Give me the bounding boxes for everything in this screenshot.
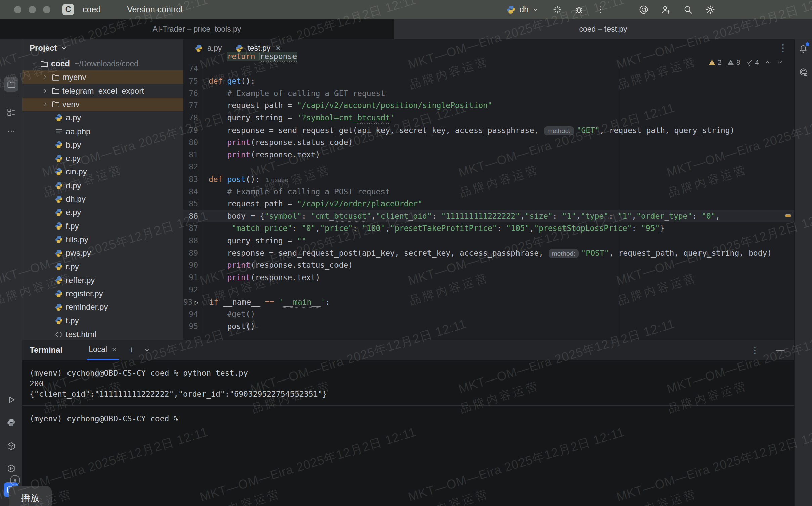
chevron-right-icon[interactable] [41,88,50,94]
code-area[interactable]: return response7475def get():76 # Exampl… [183,57,795,340]
code-line-text[interactable]: def post():1 usage [203,173,795,186]
next-problem-button[interactable] [776,59,783,66]
window-tab-1[interactable]: coed – test.py [394,19,812,39]
project-panel-header[interactable]: Project [22,39,183,57]
tree-item-register.py[interactable]: register.py [22,287,183,300]
tree-item-dh.py[interactable]: dh.py [22,192,183,206]
project-folder-icon[interactable] [4,77,18,92]
tree-item-telegram_excel_export[interactable]: telegram_excel_export [22,84,183,98]
code-line-text[interactable]: response = send_request_post(api_key, se… [203,247,795,259]
code-line-text[interactable]: print(response.status_code) [203,259,795,271]
python-console-icon[interactable] [4,439,18,453]
mention-icon[interactable] [639,5,649,15]
line-number-78[interactable]: 78 [183,112,203,124]
line-number-92[interactable]: 92 [183,284,203,296]
line-number-80[interactable]: 80 [183,136,203,149]
line-number-73[interactable] [183,50,203,63]
tree-item-venv[interactable]: venv [22,98,183,111]
chevron-down-icon[interactable] [143,346,151,354]
line-number-75[interactable]: 75 [183,75,203,87]
line-number-76[interactable]: 76 [183,87,203,100]
tree-item-coed[interactable]: coed~/Downloads/coed [22,57,183,70]
code-line-text[interactable]: query_string = "" [203,235,795,247]
code-line-text[interactable]: print(response.text) [203,271,795,284]
line-number-77[interactable]: 77 [183,99,203,112]
close-window-icon[interactable] [14,6,21,13]
code-line-text[interactable]: # Example of calling a POST request [203,186,795,198]
new-terminal-icon[interactable]: + [129,344,135,356]
weak-warnings-badge[interactable]: 8 [727,58,740,66]
line-number-83[interactable]: 83 [183,173,203,186]
code-line-text[interactable] [203,161,795,173]
line-number-74[interactable]: 74 [183,63,203,75]
code-line-text[interactable]: request_path = "/capi/v2/order/placeOrde… [203,198,795,210]
tree-item-reffer.py[interactable]: reffer.py [22,273,183,287]
line-number-84[interactable]: 84 [183,186,203,198]
tree-item-reminder.py[interactable]: reminder.py [22,300,183,314]
more-tools-icon[interactable] [4,123,18,138]
window-tab-0[interactable]: AI-Trader – price_tools.py [0,19,394,39]
line-number-93[interactable]: 93▷ [183,296,204,308]
code-line-text[interactable]: def get(): [203,75,795,87]
code-line-text[interactable]: response = send_request_get(api_key, sec… [203,124,795,137]
progress-icon[interactable] [553,5,562,14]
tree-item-e.py[interactable]: e.py [22,206,183,219]
search-icon[interactable] [683,5,693,15]
line-number-94[interactable]: 94 [183,308,203,320]
chevron-right-icon[interactable] [41,101,50,107]
line-number-91[interactable]: 91 [183,271,203,284]
terminal-tab-local[interactable]: Local × [87,340,119,360]
code-line-text[interactable]: # Example of calling a GET request [203,87,795,100]
close-icon[interactable]: × [112,345,117,354]
tree-item-pws.py[interactable]: pws.py [22,246,183,260]
typos-badge[interactable]: 4 [746,58,759,66]
run-config-selector[interactable]: dh [504,4,541,15]
error-stripe-mark[interactable] [785,214,791,217]
tree-item-myenv[interactable]: myenv [22,70,183,84]
tree-item-t.py[interactable]: t.py [22,314,183,327]
tree-item-f.py[interactable]: f.py [22,219,183,233]
usages-inlay[interactable]: 1 usage [266,176,288,183]
tree-item-d.py[interactable]: d.py [22,179,183,192]
code-with-me-icon[interactable] [661,5,671,15]
python-packages-icon[interactable] [4,415,18,430]
minimize-window-icon[interactable] [29,6,36,13]
tree-item-b.py[interactable]: b.py [22,138,183,152]
tree-item-cin.py[interactable]: cin.py [22,165,183,179]
line-number-81[interactable]: 81 [183,149,203,161]
project-menu-button[interactable]: coed [81,4,106,15]
code-line-text[interactable]: "match_price": "0","price": "100","prese… [203,222,795,235]
line-number-86[interactable]: 86 [183,210,203,222]
tree-item-c.py[interactable]: c.py [22,152,183,165]
tree-item-aa.php[interactable]: aa.php [22,125,183,138]
line-number-95[interactable]: 95 [183,320,203,333]
tree-item-r.py[interactable]: r.py [22,260,183,273]
tree-item-test.html[interactable]: test.html [22,327,183,340]
code-line-text[interactable] [203,63,795,75]
terminal-options-icon[interactable]: ⋮ [750,345,760,356]
notifications-icon[interactable] [797,42,810,56]
chevron-down-icon[interactable] [30,61,38,67]
tree-item-a.py[interactable]: a.py [22,111,183,124]
code-line-text[interactable]: if __name__ == '__main__': [204,296,795,308]
debug-icon[interactable] [574,5,584,14]
inspections-widget[interactable]: 284 [708,58,783,66]
line-number-85[interactable]: 85 [183,198,203,210]
code-line-text[interactable]: post() [203,320,795,333]
line-number-79[interactable]: 79 [183,124,203,137]
line-number-82[interactable]: 82 [183,161,203,173]
ai-assistant-icon[interactable] [797,66,810,79]
more-icon[interactable] [596,5,605,14]
line-number-88[interactable]: 88 [183,235,203,247]
services-icon[interactable] [4,461,18,476]
run-line-icon[interactable]: ▷ [195,298,199,306]
code-line-text[interactable] [203,284,795,296]
code-line-text[interactable]: request_path = "/capi/v2/account/positio… [203,99,795,112]
structure-icon[interactable] [4,105,18,119]
chevron-right-icon[interactable] [41,74,50,80]
line-number-89[interactable]: 89 [183,247,203,259]
run-icon[interactable] [4,392,18,407]
prev-problem-button[interactable] [764,59,771,66]
maximize-window-icon[interactable] [43,6,50,13]
code-line-text[interactable]: body = {"symbol": "cmt_btcusdt","client_… [203,210,795,222]
